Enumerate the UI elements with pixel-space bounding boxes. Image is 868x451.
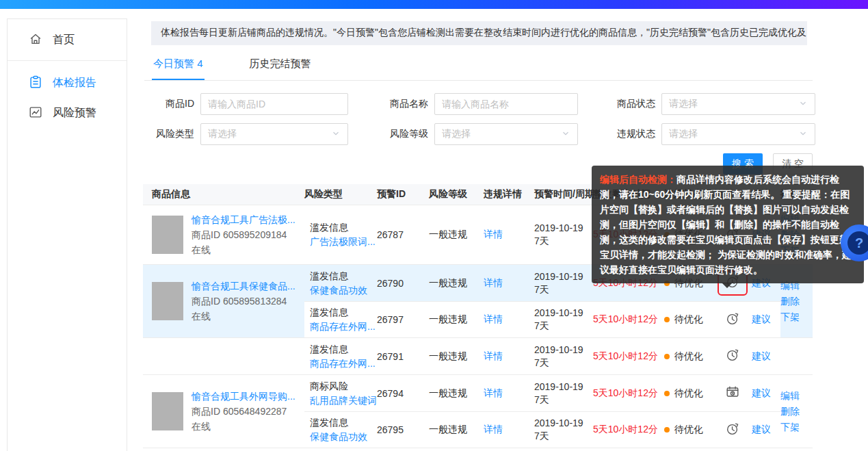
warning-date: 2019-10-19 (534, 222, 593, 235)
question-mark-icon: ? (847, 231, 868, 255)
delete-link[interactable]: 删除 (780, 404, 813, 420)
product-name-link[interactable]: 愉音合规工具外网导购... (192, 389, 295, 404)
status-dot (664, 427, 670, 433)
notice-banner: 体检报告每日更新店铺商品的违规情况。"今日预警"包含您店铺检测出需要在整改结束时… (151, 21, 807, 45)
warning-time-cell: 2019-10-197天 (534, 344, 593, 370)
violation-detail-link[interactable]: 详情 (484, 313, 534, 326)
column-header: 风险类型 (304, 188, 377, 201)
risk-type-cell: 滥发信息商品存在外网... (304, 342, 377, 371)
detect-icon-wrap[interactable] (719, 382, 746, 404)
risk-type-cell: 滥发信息广告法极限词... (304, 220, 377, 249)
tab-today-warnings[interactable]: 今日预警 4 (152, 55, 205, 80)
detect-cell (713, 345, 752, 368)
risk-type-cell: 商标风险乱用品牌关键词 (304, 379, 377, 408)
product-status-text: 在线 (192, 309, 295, 324)
risk-detail-link[interactable]: 保健食品功效 (310, 430, 377, 444)
product-status-text: 在线 (192, 419, 295, 434)
filter-field-risk-type: 风险类型请选择 (152, 123, 348, 145)
column-header: 预警ID (377, 188, 429, 201)
filter-field-violation-status: 违规状态请选择 (613, 123, 815, 145)
detect-icon-wrap[interactable] (719, 419, 746, 441)
takedown-link[interactable]: 下架 (780, 309, 813, 325)
warning-date: 2019-10-19 (534, 381, 593, 394)
filter-row: 商品ID商品名称商品状态请选择 (152, 93, 813, 115)
warning-period: 7天 (534, 320, 593, 333)
home-icon (28, 31, 43, 49)
violation-status-cell: 待优化 (664, 387, 713, 400)
product-image (152, 392, 183, 430)
risk-detail-link[interactable]: 商品存在外网... (310, 320, 377, 334)
product-info: 愉音合规工具外网导购...商品ID 605648492287在线 (192, 389, 295, 434)
sidebar-item-home[interactable]: 首页 (8, 19, 127, 60)
column-header: 风险等级 (429, 188, 484, 201)
product-name-link[interactable]: 愉音合规工具保健食品... (192, 279, 295, 294)
delete-link[interactable]: 删除 (780, 294, 813, 309)
risk-detail-link[interactable]: 保健食品功效 (310, 283, 377, 298)
risk-category-text: 滥发信息 (310, 305, 377, 320)
product-cell: 愉音合规工具广告法极...商品ID 605895209184在线 (143, 205, 304, 264)
clock-icon (725, 422, 740, 439)
filter-field-product-id: 商品ID (152, 93, 348, 115)
product-cell: 愉音合规工具外网导购...商品ID 605648492287在线 (143, 375, 304, 448)
sidebar-item-label: 体检报告 (53, 76, 96, 90)
risk-detail-link[interactable]: 广告法极限词... (310, 235, 377, 249)
filter-label: 风险等级 (386, 128, 428, 140)
risk-category-text: 滥发信息 (310, 220, 377, 235)
suggest-link[interactable]: 建议 (752, 313, 780, 326)
warning-period: 7天 (534, 394, 593, 407)
suggest-link[interactable]: 建议 (752, 387, 780, 400)
table-row: 滥发信息商品存在外网...26797一般违规详情2019-10-197天5天10… (304, 301, 780, 337)
remaining-time-cell: 5天10小时12分 (593, 350, 664, 363)
warning-period: 7天 (534, 430, 593, 443)
sidebar-item-report[interactable]: 体检报告 (8, 68, 127, 98)
table-row-group: 滥发信息商品存在外网...26791一般违规详情2019-10-197天5天10… (143, 338, 813, 375)
product-name-input[interactable] (442, 99, 570, 109)
sidebar-item-risk[interactable]: 风险预警 (8, 98, 127, 128)
tab-history-warnings[interactable]: 历史完结预警 (248, 55, 313, 80)
warning-time-cell: 2019-10-197天 (534, 222, 593, 248)
product-status-text: 在线 (192, 242, 295, 257)
takedown-link[interactable]: 下架 (780, 420, 813, 435)
risk-level-select[interactable]: 请选择 (434, 123, 578, 145)
edit-link[interactable]: 编辑 (780, 388, 813, 404)
violation-detail-link[interactable]: 详情 (484, 229, 534, 241)
detect-icon-wrap[interactable] (719, 345, 746, 368)
risk-category-text: 滥发信息 (310, 342, 377, 357)
clock-icon (725, 348, 740, 365)
tooltip-body: 商品详情内容修改后系统会自动进行检测，请在10~60分钟内刷新页面查看结果。 重… (600, 174, 852, 275)
detect-icon-wrap[interactable] (719, 309, 746, 331)
suggest-link[interactable]: 建议 (752, 350, 780, 363)
warning-period: 7天 (534, 283, 593, 296)
warning-id-cell: 26795 (377, 424, 429, 435)
risk-detail-link[interactable]: 商品存在外网... (310, 357, 377, 371)
product-cell: 愉音合规工具保健食品...商品ID 605895813284在线 (143, 265, 304, 337)
violation-detail-link[interactable]: 详情 (484, 350, 534, 363)
suggest-link[interactable]: 建议 (752, 424, 780, 436)
risk-type-select[interactable]: 请选择 (200, 123, 348, 145)
filter-label: 风险类型 (152, 128, 194, 140)
actions-cell (780, 338, 813, 374)
violation-status-cell: 待优化 (664, 424, 713, 436)
risk-type-cell: 滥发信息商品存在外网... (304, 305, 377, 334)
violation-detail-link[interactable]: 详情 (484, 277, 534, 289)
tab-bar: 今日预警 4历史完结预警 (152, 45, 813, 80)
violation-detail-link[interactable]: 详情 (484, 387, 534, 400)
violation-detail-link[interactable]: 详情 (484, 424, 534, 436)
column-header: 违规详情 (484, 188, 534, 201)
product-name-link[interactable]: 愉音合规工具广告法极... (192, 212, 295, 227)
product-id-input[interactable] (208, 99, 341, 109)
select-placeholder: 请选择 (442, 128, 471, 140)
violation-status-cell: 待优化 (664, 350, 713, 363)
risk-category-text: 滥发信息 (310, 415, 377, 430)
product-id-text: 商品ID 605648492287 (192, 404, 295, 419)
risk-detail-link[interactable]: 乱用品牌关键词 (310, 394, 377, 408)
auto-detect-tooltip: 编辑后自动检测：商品详情内容修改后系统会自动进行检测，请在10~60分钟内刷新页… (592, 166, 864, 283)
remaining-time-cell: 5天10小时12分 (593, 424, 664, 436)
violation-status-cell: 待优化 (664, 313, 713, 326)
warning-time-cell: 2019-10-197天 (534, 381, 593, 407)
chevron-down-icon (561, 129, 570, 140)
warning-id-cell: 26791 (377, 351, 429, 362)
filter-row: 风险类型请选择风险等级请选择违规状态请选择 (152, 123, 813, 145)
product-status-select[interactable]: 请选择 (661, 93, 815, 115)
violation-status-select[interactable]: 请选择 (661, 123, 815, 145)
